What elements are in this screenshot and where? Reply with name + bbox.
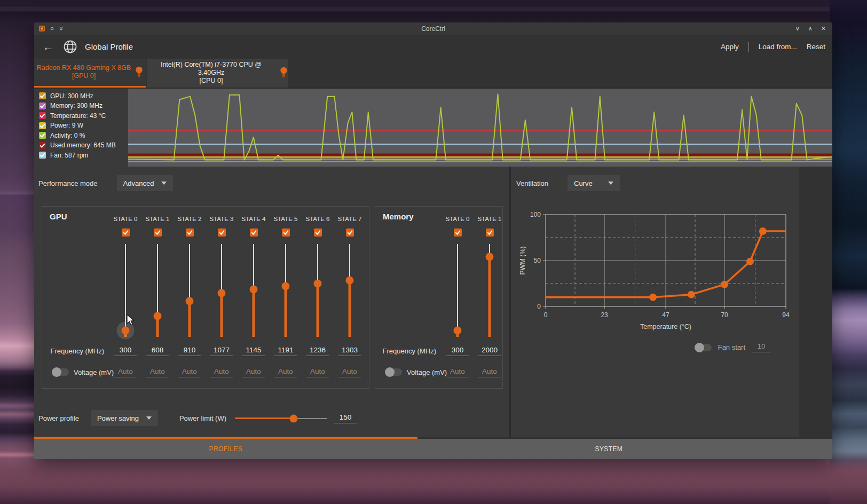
gpu-state-5-frequency-slider[interactable]	[270, 240, 302, 340]
sensor-graph-svg	[128, 89, 832, 167]
close-icon[interactable]: ✕	[821, 25, 826, 32]
gpu-state-5-frequency-field[interactable]: 1191	[274, 346, 297, 356]
tab-system[interactable]: SYSTEM	[595, 445, 623, 453]
slider-handle[interactable]	[154, 312, 162, 320]
slider-handle[interactable]	[314, 280, 322, 288]
gpu-state-4-voltage-auto-field[interactable]: Auto	[242, 367, 265, 377]
slider-fill	[349, 280, 351, 337]
slider-handle[interactable]	[346, 277, 354, 285]
slider-handle[interactable]	[186, 297, 194, 305]
apply-button[interactable]: Apply	[721, 43, 739, 51]
gpu-state-1-frequency-slider[interactable]	[141, 240, 174, 340]
page-title: Global Profile	[85, 42, 133, 51]
memory-state-1-checkbox[interactable]	[486, 229, 494, 237]
load-from-button[interactable]: Load from...	[759, 43, 797, 51]
maximize-icon[interactable]: ∧	[808, 25, 813, 32]
gpu-state-0-frequency-field[interactable]: 300	[114, 346, 137, 356]
slider-handle[interactable]	[218, 289, 226, 297]
slider-handle[interactable]	[122, 327, 130, 335]
gpu-state-2-frequency-slider[interactable]	[174, 240, 206, 340]
gpu-state-3-frequency-field[interactable]: 1077	[210, 346, 233, 356]
slider-handle[interactable]	[486, 253, 494, 261]
gpu-sensor-checkbox[interactable]	[39, 92, 46, 99]
power-profile-dropdown[interactable]: Power saving	[91, 410, 158, 426]
gpu-state-4-frequency-field[interactable]: 1145	[242, 346, 265, 356]
slider-track	[125, 244, 126, 330]
gpu-state-6-frequency-field[interactable]: 1236	[306, 346, 329, 356]
slider-handle[interactable]	[282, 282, 290, 290]
fan-curve-point[interactable]	[688, 291, 695, 298]
fan-curve-point[interactable]	[649, 294, 657, 301]
gpu-state-3-frequency-slider[interactable]	[206, 240, 238, 340]
chevron-down-icon	[608, 182, 613, 185]
shade-up-icon[interactable]: «	[49, 27, 56, 30]
gpu-voltage-toggle[interactable]	[53, 368, 69, 376]
gpu-state-1-frequency-field[interactable]: 608	[146, 346, 169, 356]
back-button[interactable]: ←	[43, 42, 53, 52]
gpu-state-1-checkbox[interactable]	[154, 229, 162, 237]
used_memory-sensor-checkbox[interactable]	[39, 142, 46, 149]
tab-cpu0-id: [CPU 0]	[147, 77, 275, 85]
memory-state-0-frequency-slider[interactable]	[442, 240, 474, 340]
fan-curve-point[interactable]	[759, 227, 767, 235]
app-icon	[38, 25, 45, 32]
gpu-state-3-checkbox[interactable]	[218, 229, 226, 237]
gpu-state-3-voltage-auto-field[interactable]: Auto	[210, 367, 233, 377]
gpu-state-7-frequency-slider[interactable]	[334, 240, 366, 340]
fan-start-toggle[interactable]	[696, 344, 712, 351]
performance-mode-dropdown[interactable]: Advanced	[117, 175, 174, 191]
gpu-state-0-checkbox[interactable]	[122, 229, 130, 237]
slider-handle[interactable]	[250, 285, 258, 293]
gpu-state-6-checkbox[interactable]	[314, 229, 322, 237]
memory-state-0-voltage-auto-field[interactable]: Auto	[446, 367, 469, 377]
gpu-state-2-voltage-auto-field[interactable]: Auto	[178, 367, 201, 377]
tab-profiles[interactable]: PROFILES	[209, 445, 243, 453]
power-sensor-checkbox[interactable]	[39, 122, 46, 129]
gpu-state-6-frequency-slider[interactable]	[302, 240, 334, 340]
fan-curve-point[interactable]	[746, 258, 754, 265]
tab-cpu0[interactable]: Intel(R) Core(TM) i7-3770 CPU @ 3.40GHz …	[147, 59, 288, 88]
gpu-state-7-frequency-field[interactable]: 1303	[338, 346, 361, 356]
gpu-state-2-frequency-field[interactable]: 910	[178, 346, 201, 356]
memory-sensor-checkbox[interactable]	[39, 103, 46, 109]
memory-state-1-frequency-slider[interactable]	[474, 240, 506, 340]
unshade-down-icon[interactable]: »	[58, 27, 65, 30]
gpu-state-6-voltage-auto-field[interactable]: Auto	[306, 367, 329, 377]
power-limit-slider[interactable]	[235, 414, 327, 422]
fan-sensor-checkbox[interactable]	[39, 152, 46, 159]
gpu-state-0-frequency-slider[interactable]	[109, 240, 141, 340]
profile-content: Performance mode Advanced GPUSTATE 0STAT…	[34, 167, 832, 437]
fan-curve-chart[interactable]: 023477094050100PWM (%)Temperature (°C)	[516, 210, 799, 338]
temperature-sensor-checkbox[interactable]	[39, 112, 46, 119]
memory-voltage-toggle[interactable]	[386, 368, 402, 376]
gpu-state-1-voltage-auto-field[interactable]: Auto	[146, 367, 169, 377]
gpu-state-4-checkbox[interactable]	[250, 229, 258, 237]
memory-state-1-frequency-field[interactable]: 2000	[478, 346, 501, 356]
fan-curve-point[interactable]	[721, 281, 728, 288]
fan-start-field[interactable]: 10	[752, 342, 771, 352]
slider-track	[157, 244, 158, 316]
memory-state-0-frequency-field[interactable]: 300	[446, 346, 469, 356]
memory-state-0-checkbox[interactable]	[454, 229, 462, 237]
memory-state-1-voltage-auto-field[interactable]: Auto	[478, 367, 501, 377]
minimize-icon[interactable]: ∨	[795, 25, 800, 32]
power-limit-slider-handle[interactable]	[290, 414, 298, 422]
ventilation-mode-dropdown[interactable]: Curve	[568, 175, 620, 191]
gpu-state-4-frequency-slider[interactable]	[238, 240, 270, 340]
gpu-state-7-checkbox[interactable]	[346, 229, 354, 237]
slider-handle[interactable]	[454, 327, 462, 335]
slider-fill	[253, 289, 255, 337]
titlebar[interactable]: « » CoreCtrl ∨ ∧ ✕	[34, 22, 832, 35]
activity-sensor-checkbox[interactable]	[39, 132, 46, 139]
gpu-state-0-voltage-auto-field[interactable]: Auto	[114, 367, 137, 377]
reset-button[interactable]: Reset	[807, 43, 825, 51]
gpu-state-5-voltage-auto-field[interactable]: Auto	[274, 367, 297, 377]
tab-gpu0[interactable]: Radeon RX 480 Gaming X 8GB [GPU 0]	[34, 59, 146, 88]
memory-state-label-1: STATE 1	[474, 216, 506, 222]
gpu-state-7-voltage-auto-field[interactable]: Auto	[338, 367, 361, 377]
gpu-state-2-checkbox[interactable]	[186, 229, 194, 237]
slider-fill	[488, 257, 491, 337]
power-limit-field[interactable]: 150	[334, 413, 357, 423]
globe-icon	[63, 40, 77, 54]
gpu-state-5-checkbox[interactable]	[282, 229, 290, 237]
